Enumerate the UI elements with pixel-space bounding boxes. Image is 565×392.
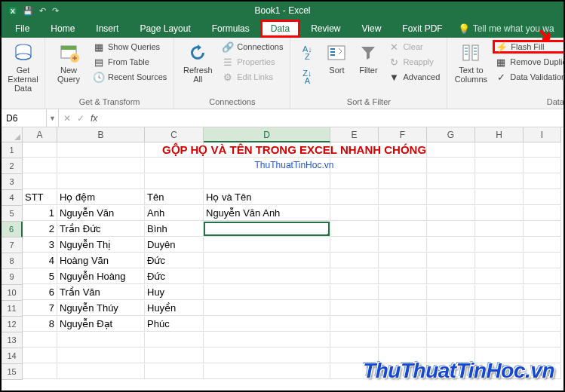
cell[interactable] [145, 364, 204, 379]
tab-formulas[interactable]: Formulas [201, 20, 260, 38]
name-box-dropdown[interactable]: ▼ [47, 109, 59, 127]
cell[interactable]: STT [23, 190, 57, 205]
cell[interactable] [23, 364, 57, 379]
row-header[interactable]: 5 [2, 206, 23, 222]
cell[interactable] [475, 174, 524, 189]
cell[interactable] [330, 174, 379, 189]
cell[interactable]: Nguyễn Đạt [57, 317, 145, 332]
cell[interactable]: GỘP HỌ VÀ TÊN TRONG EXCEL NHANH CHÓNG [23, 142, 57, 158]
cell[interactable] [204, 222, 330, 237]
cell[interactable] [330, 301, 379, 316]
qat-save-icon[interactable]: 💾 [23, 6, 33, 16]
cell[interactable]: Họ đệm [57, 190, 145, 205]
row-header[interactable]: 2 [2, 158, 23, 174]
tell-me-search[interactable]: 💡Tell me what you wa [458, 20, 554, 38]
cell[interactable] [204, 237, 330, 253]
cell[interactable] [330, 332, 379, 348]
qat-undo-icon[interactable]: ↶ [39, 6, 46, 16]
cell[interactable]: Tên [145, 190, 204, 205]
cell[interactable] [379, 269, 427, 284]
name-box[interactable]: D6 [2, 109, 47, 127]
cell[interactable]: Trần Đức [57, 222, 145, 237]
cell[interactable] [475, 285, 524, 300]
row-header[interactable]: 14 [2, 348, 23, 364]
cell[interactable] [524, 190, 561, 205]
cell[interactable] [204, 348, 330, 363]
cell[interactable] [379, 222, 427, 237]
col-header-H[interactable]: H [475, 127, 524, 142]
cell[interactable] [475, 206, 524, 221]
cell[interactable] [204, 285, 330, 300]
cell[interactable]: Nguyễn Thúy [57, 301, 145, 316]
cell[interactable]: Họ và Tên [204, 190, 330, 205]
cell[interactable]: 1 [23, 206, 57, 221]
cell[interactable] [427, 332, 475, 348]
cell[interactable] [379, 237, 427, 253]
cell[interactable] [145, 348, 204, 363]
tab-home[interactable]: Home [40, 20, 85, 38]
advanced-filter-button[interactable]: ▼Advanced [385, 70, 442, 84]
cell[interactable] [475, 269, 524, 284]
refresh-all-button[interactable]: Refresh All [179, 40, 216, 85]
cell[interactable] [427, 253, 475, 268]
fx-icon[interactable]: fx [91, 113, 97, 124]
cell[interactable] [524, 237, 561, 253]
cell[interactable] [330, 317, 379, 332]
cell[interactable] [379, 174, 427, 189]
cell[interactable]: Huy [145, 285, 204, 300]
cell[interactable]: Nguyễn Văn Anh [204, 206, 330, 221]
cell[interactable] [204, 332, 330, 348]
cell[interactable]: Duyên [145, 237, 204, 253]
row-header[interactable]: 8 [2, 253, 23, 269]
tab-page-layout[interactable]: Page Layout [129, 20, 201, 38]
cell[interactable] [427, 237, 475, 253]
cell[interactable] [524, 301, 561, 316]
cell[interactable] [475, 190, 524, 205]
sort-az-button[interactable]: A↓Z Z↓A [295, 40, 319, 90]
cell[interactable] [379, 206, 427, 221]
row-header[interactable]: 1 [2, 142, 23, 158]
cell[interactable] [330, 222, 379, 237]
cell[interactable] [379, 332, 427, 348]
cell[interactable] [524, 285, 561, 300]
cell[interactable] [475, 301, 524, 316]
cell[interactable]: 2 [23, 222, 57, 237]
cell[interactable] [330, 285, 379, 300]
cell[interactable] [524, 222, 561, 237]
cell[interactable] [379, 253, 427, 268]
connections-button[interactable]: 🔗Connections [220, 40, 285, 54]
cell[interactable]: Bình [145, 222, 204, 237]
cell[interactable] [475, 222, 524, 237]
tab-insert[interactable]: Insert [85, 20, 129, 38]
row-header[interactable]: 12 [2, 317, 23, 332]
cell[interactable]: Nguyễn Thị [57, 237, 145, 253]
cell[interactable] [204, 174, 330, 189]
cell[interactable] [524, 332, 561, 348]
cell[interactable] [204, 317, 330, 332]
cell[interactable] [330, 253, 379, 268]
row-header[interactable]: 7 [2, 237, 23, 253]
filter-button[interactable]: Filter [354, 40, 382, 76]
cell[interactable]: 4 [23, 253, 57, 268]
new-query-button[interactable]: New Query [50, 40, 88, 85]
tab-view[interactable]: View [352, 20, 392, 38]
cell[interactable] [524, 269, 561, 284]
col-header-A[interactable]: A [23, 127, 57, 142]
row-header[interactable]: 15 [2, 364, 23, 380]
col-header-D[interactable]: D [204, 127, 330, 142]
cell[interactable] [427, 190, 475, 205]
row-header[interactable]: 4 [2, 190, 23, 206]
row-header[interactable]: 3 [2, 174, 23, 190]
cell[interactable] [204, 253, 330, 268]
select-all-triangle[interactable] [2, 127, 23, 142]
cell[interactable] [427, 285, 475, 300]
cell[interactable]: Nguyễn Văn [57, 206, 145, 221]
cell[interactable] [23, 174, 57, 189]
cell[interactable] [379, 190, 427, 205]
col-header-B[interactable]: B [57, 127, 145, 142]
cell[interactable]: Đức [145, 253, 204, 268]
cell[interactable] [427, 269, 475, 284]
cell[interactable] [57, 174, 145, 189]
cell[interactable] [524, 253, 561, 268]
flash-fill-button[interactable]: ⚡Flash Fill [493, 40, 565, 54]
